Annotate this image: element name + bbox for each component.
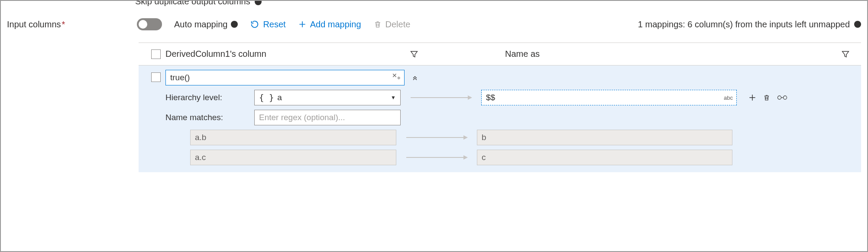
mapping-arrow: [405, 97, 477, 98]
expression-builder-icon[interactable]: ✕✲: [392, 72, 401, 80]
link-button[interactable]: [777, 95, 788, 101]
info-icon[interactable]: [231, 21, 238, 28]
name-matches-input[interactable]: Enter regex (optional)...: [254, 110, 401, 125]
row-checkbox[interactable]: [151, 72, 161, 82]
mapping-arrow: [401, 137, 473, 138]
add-mapping-button[interactable]: Add mapping: [298, 20, 361, 29]
preview-target: b: [477, 130, 732, 145]
name-as-input[interactable]: $$ abc: [481, 90, 737, 105]
name-matches-placeholder: Enter regex (optional)...: [259, 113, 345, 122]
hierarchy-level-dropdown[interactable]: { } a ▼: [254, 90, 401, 105]
filter-icon: [409, 49, 419, 59]
auto-mapping-text: Auto mapping: [174, 20, 227, 29]
name-as-value: $$: [486, 93, 495, 102]
column-header-nameas[interactable]: Name as: [505, 49, 832, 59]
mapping-arrow: [401, 157, 473, 158]
mapping-status: 1 mappings: 6 column(s) from the inputs …: [638, 20, 861, 29]
reset-icon: [250, 20, 259, 29]
trash-icon: [763, 93, 771, 102]
reset-text: Reset: [263, 20, 285, 29]
glasses-icon: [777, 95, 788, 101]
svg-point-1: [783, 96, 787, 99]
mapping-status-text: 1 mappings: 6 column(s) from the inputs …: [638, 20, 850, 29]
select-all-checkbox[interactable]: [151, 49, 161, 59]
info-icon: [255, 0, 262, 5]
required-asterisk: *: [62, 20, 65, 29]
svg-point-0: [777, 96, 781, 99]
filter-icon: [841, 49, 850, 59]
preview-target: c: [477, 150, 732, 165]
delete-button: Delete: [373, 20, 411, 29]
auto-mapping-label: Auto mapping: [174, 20, 238, 29]
input-columns-label: Input columns*: [7, 20, 137, 29]
abc-type-icon: abc: [724, 95, 733, 101]
chevron-down-icon: ▼: [391, 95, 396, 101]
delete-text: Delete: [385, 20, 411, 29]
add-row-button[interactable]: [748, 93, 757, 102]
preview-source: a.b: [190, 130, 396, 145]
grid-header: DerivedColumn1's column Name as: [139, 43, 861, 65]
collapse-icon[interactable]: [409, 74, 421, 81]
auto-mapping-toggle[interactable]: [137, 18, 162, 30]
chevron-double-up-icon: [411, 74, 418, 81]
reset-button[interactable]: Reset: [250, 20, 285, 29]
plus-icon: [298, 20, 307, 29]
info-icon[interactable]: [854, 21, 861, 28]
input-columns-text: Input columns: [7, 20, 61, 29]
mapping-row: true() ✕✲ Hierarchy level: { } a ▼: [139, 65, 861, 172]
add-mapping-text: Add mapping: [310, 20, 361, 29]
skip-duplicate-label: Skip duplicate output columns: [135, 0, 250, 7]
trash-icon: [373, 20, 382, 29]
plus-icon: [748, 93, 757, 102]
expression-input[interactable]: true() ✕✲: [165, 70, 405, 85]
preview-source: a.c: [190, 150, 396, 165]
skip-duplicate-row: Skip duplicate output columns: [135, 0, 262, 7]
delete-row-button[interactable]: [763, 93, 771, 102]
braces-icon: { }: [259, 93, 274, 102]
name-matches-label: Name matches:: [165, 113, 250, 122]
filter-source-button[interactable]: [405, 49, 423, 59]
hierarchy-level-label: Hierarchy level:: [165, 93, 250, 102]
hierarchy-level-value: a: [277, 93, 282, 102]
filter-nameas-button[interactable]: [832, 49, 858, 59]
expression-value: true(): [170, 73, 190, 82]
column-header-source[interactable]: DerivedColumn1's column: [165, 49, 405, 59]
